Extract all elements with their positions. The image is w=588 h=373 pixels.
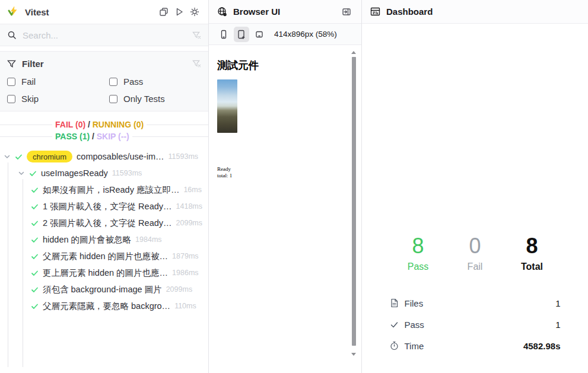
- check-icon: [31, 186, 39, 194]
- stat-total: 8 Total: [504, 234, 561, 272]
- scrollbar-up-arrow[interactable]: [351, 51, 356, 54]
- stat-pass: 8 Pass: [390, 234, 447, 272]
- run-summary: FAIL (0) / RUNNING (0) PASS (1) / SKIP (…: [0, 119, 208, 142]
- summary-pass-skip: PASS (1) / SKIP (--): [0, 130, 208, 142]
- check-icon: [31, 286, 39, 294]
- clear-search-filter-icon[interactable]: [192, 31, 201, 40]
- tree-test-row[interactable]: 父層元素 hidden 的圖片也應被… 1879ms: [0, 248, 208, 264]
- browser-badge: chromium: [27, 151, 72, 162]
- theme-toggle-button[interactable]: [188, 5, 201, 18]
- page-title: 測試元件: [217, 58, 353, 72]
- skip-count: SKIP (--): [97, 132, 129, 141]
- tree-test-row[interactable]: 父層元素隱藏，要忽略 backgro… 110ms: [0, 298, 208, 314]
- globe-icon: [217, 7, 227, 17]
- search-icon: [7, 30, 17, 40]
- filter-checkbox-fail[interactable]: Fail: [7, 76, 109, 87]
- chevron-down-icon[interactable]: [18, 170, 25, 177]
- dashboard-title: Dashboard: [386, 7, 433, 17]
- indent-guide: [23, 179, 23, 367]
- filter-checkbox-skip[interactable]: Skip: [7, 94, 109, 104]
- search-bar: [0, 24, 208, 46]
- collapse-panels-button[interactable]: [157, 5, 170, 18]
- search-input[interactable]: [23, 30, 186, 40]
- checkbox-icon: [7, 95, 15, 103]
- stopwatch-icon: [390, 341, 399, 350]
- checkbox-icon: [109, 95, 117, 103]
- filter-checkbox-only-tests[interactable]: Only Tests: [109, 94, 201, 104]
- filter-section: Filter Fail Pass Skip: [0, 51, 208, 111]
- detail-row-time: Time 4582.98s: [390, 341, 561, 351]
- tree-test-row[interactable]: 如果沒有圖片，isReady 應該立即… 16ms: [0, 181, 208, 198]
- test-stats: 8 Pass 0 Fail 8 Total: [362, 234, 588, 272]
- run-all-button[interactable]: [173, 5, 186, 18]
- run-details: Files 1 Pass 1 Time 4582.9: [390, 298, 561, 351]
- filter-title: Filter: [22, 59, 44, 69]
- ready-status: Ready total: 1: [217, 166, 353, 180]
- test-tree: chromium composables/use-im… 11593ms use…: [0, 148, 208, 373]
- checkbox-icon: [109, 78, 117, 86]
- viewport-small-button[interactable]: [252, 27, 267, 42]
- clear-filter-icon[interactable]: [192, 59, 201, 68]
- tree-test-row[interactable]: hidden 的圖片會被忽略 1984ms: [0, 231, 208, 248]
- pass-count: PASS (1): [55, 132, 90, 141]
- file-icon: [390, 298, 399, 308]
- dock-panel-button[interactable]: [340, 5, 353, 18]
- viewport-toolbar: 414x896px (58%): [209, 24, 361, 45]
- fail-count: FAIL (0): [55, 120, 85, 129]
- dashboard-panel: Dashboard 8 Pass 0 Fail 8 Total: [362, 0, 588, 373]
- filter-checkbox-pass[interactable]: Pass: [109, 76, 201, 87]
- indent-guide: [8, 162, 8, 367]
- check-icon: [29, 170, 37, 177]
- summary-fail-running: FAIL (0) / RUNNING (0): [0, 119, 208, 130]
- browser-ui-header: Browser UI: [209, 0, 361, 24]
- check-icon: [15, 153, 23, 161]
- vitest-logo-icon: [7, 5, 20, 18]
- header-actions: [157, 5, 201, 18]
- stat-fail: 0 Fail: [447, 234, 504, 272]
- tree-test-row[interactable]: 2 張圖片載入後，文字從 Ready… 2099ms: [0, 215, 208, 231]
- dashboard-icon: [370, 7, 380, 17]
- tree-test-row[interactable]: 1 張圖片載入後，文字從 Ready… 1418ms: [0, 198, 208, 215]
- running-count: RUNNING (0): [93, 120, 144, 129]
- check-icon: [31, 219, 39, 227]
- checkbox-icon: [7, 78, 15, 86]
- app-title: Vitest: [25, 7, 49, 17]
- viewport-phone-button[interactable]: [216, 27, 231, 42]
- check-icon: [31, 203, 39, 211]
- dashboard-header: Dashboard: [362, 0, 588, 24]
- app-header: Vitest: [0, 0, 208, 24]
- tree-test-row[interactable]: 須包含 background-image 圖片 2099ms: [0, 281, 208, 298]
- test-explorer-panel: Vitest: [0, 0, 209, 373]
- tree-test-row[interactable]: 更上層元素 hidden 的圖片也應… 1986ms: [0, 264, 208, 281]
- detail-row-files: Files 1: [390, 298, 561, 308]
- check-icon: [390, 320, 399, 329]
- scrollbar-thumb[interactable]: [352, 57, 356, 346]
- chevron-down-icon[interactable]: [4, 153, 11, 160]
- filter-icon: [7, 59, 16, 68]
- check-icon: [31, 236, 39, 244]
- tree-suite-row[interactable]: useImagesReady 11593ms: [0, 165, 208, 181]
- browser-ui-title: Browser UI: [233, 7, 280, 17]
- check-icon: [31, 269, 39, 277]
- filter-options: Fail Pass Skip Only Tests: [7, 76, 201, 104]
- landscape-photo: [217, 79, 237, 133]
- scrollbar-down-arrow[interactable]: [351, 353, 356, 356]
- tree-file-row[interactable]: chromium composables/use-im… 11593ms: [0, 148, 208, 165]
- check-icon: [31, 253, 39, 260]
- detail-row-pass: Pass 1: [390, 320, 561, 330]
- browser-ui-panel: Browser UI: [209, 0, 362, 373]
- tester-iframe: 測試元件 Ready total: 1: [209, 45, 361, 373]
- check-icon: [31, 302, 39, 310]
- vitest-ui: Vitest: [0, 0, 588, 373]
- viewport-tablet-button[interactable]: [234, 27, 249, 42]
- viewport-size-label: 414x896px (58%): [274, 30, 337, 39]
